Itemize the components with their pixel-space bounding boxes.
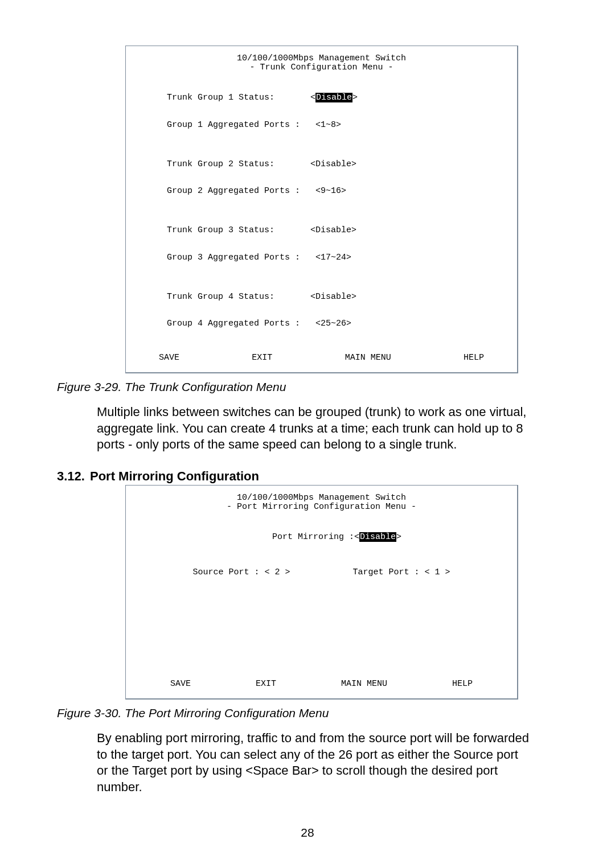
trunk-group-row: Trunk Group 1 Status: <Disable> — [136, 85, 507, 112]
ports-label: Group 2 Aggregated Ports : — [167, 186, 300, 196]
main-menu-action[interactable]: MAIN MENU — [341, 680, 387, 689]
status-value-selected[interactable]: Disable — [315, 93, 352, 102]
target-port[interactable]: Target Port : < 1 > — [353, 568, 450, 577]
paragraph-trunk-description: Multiple links between switches can be g… — [97, 404, 530, 453]
terminal-title-line2: - Trunk Configuration Menu - — [136, 63, 507, 72]
trunk-group-ports-row: Group 4 Aggregated Ports : <25~26> — [136, 310, 507, 337]
ports-value: <1~8> — [315, 120, 341, 130]
ports-value: <25~26> — [315, 319, 351, 328]
section-number: 3.12. — [57, 469, 90, 484]
source-port[interactable]: Source Port : < 2 > — [192, 568, 290, 577]
mirror-tail: > — [396, 532, 401, 542]
trunk-group-row: Trunk Group 2 Status: <Disable> — [136, 151, 507, 178]
page-number: 28 — [301, 826, 314, 840]
figure-caption-2: Figure 3-30. The Port Mirroring Configur… — [57, 706, 558, 720]
trunk-config-terminal: 10/100/1000Mbps Management Switch - Trun… — [125, 46, 518, 373]
document-page: 10/100/1000Mbps Management Switch - Trun… — [0, 0, 615, 868]
terminal-title-line2: - Port Mirroring Configuration Menu - — [136, 503, 507, 512]
terminal-footer: SAVE EXIT MAIN MENU HELP — [136, 680, 507, 691]
status-label: Trunk Group 2 Status: — [167, 159, 274, 169]
port-mirror-terminal: 10/100/1000Mbps Management Switch - Port… — [125, 485, 518, 700]
help-action[interactable]: HELP — [464, 353, 484, 363]
status-label: Trunk Group 4 Status: — [167, 292, 274, 302]
terminal-footer: SAVE EXIT MAIN MENU HELP — [136, 353, 507, 365]
save-action[interactable]: SAVE — [170, 680, 191, 689]
help-action[interactable]: HELP — [452, 680, 473, 689]
main-menu-action[interactable]: MAIN MENU — [345, 353, 391, 363]
status-value[interactable]: <Disable> — [310, 159, 356, 169]
ports-label: Group 1 Aggregated Ports : — [167, 120, 300, 130]
ports-value: <9~16> — [315, 186, 346, 196]
status-value[interactable]: <Disable> — [310, 292, 356, 302]
mirror-label: Port Mirroring :< — [272, 532, 359, 542]
mirror-value-selected[interactable]: Disable — [359, 532, 396, 542]
paragraph-mirror-description: By enabling port mirroring, traffic to a… — [97, 730, 530, 795]
terminal-title-line1: 10/100/1000Mbps Management Switch — [136, 493, 507, 503]
save-action[interactable]: SAVE — [159, 353, 179, 363]
ports-label: Group 3 Aggregated Ports : — [167, 253, 300, 262]
terminal-title-line1: 10/100/1000Mbps Management Switch — [136, 54, 507, 63]
ports-value: <17~24> — [315, 253, 351, 262]
trunk-group-row: Trunk Group 3 Status: <Disable> — [136, 217, 507, 244]
exit-action[interactable]: EXIT — [256, 680, 276, 689]
section-title: Port Mirroring Configuration — [90, 469, 259, 483]
figure-caption-1: Figure 3-29. The Trunk Configuration Men… — [57, 380, 558, 394]
status-label: Trunk Group 1 Status: — [167, 93, 274, 102]
status-label: Trunk Group 3 Status: — [167, 225, 274, 235]
mirror-ports-row: Source Port : < 2 > Target Port : < 1 > — [136, 568, 507, 577]
ports-label: Group 4 Aggregated Ports : — [167, 319, 300, 328]
trunk-group-ports-row: Group 1 Aggregated Ports : <1~8> — [136, 112, 507, 138]
exit-action[interactable]: EXIT — [252, 353, 272, 363]
status-value[interactable]: <Disable> — [310, 225, 356, 235]
trunk-group-row: Trunk Group 4 Status: <Disable> — [136, 283, 507, 310]
port-mirroring-row: Port Mirroring :<Disable> — [136, 524, 507, 551]
section-heading: 3.12.Port Mirroring Configuration — [57, 469, 558, 484]
trunk-group-ports-row: Group 3 Aggregated Ports : <17~24> — [136, 244, 507, 271]
trunk-group-ports-row: Group 2 Aggregated Ports : <9~16> — [136, 178, 507, 204]
